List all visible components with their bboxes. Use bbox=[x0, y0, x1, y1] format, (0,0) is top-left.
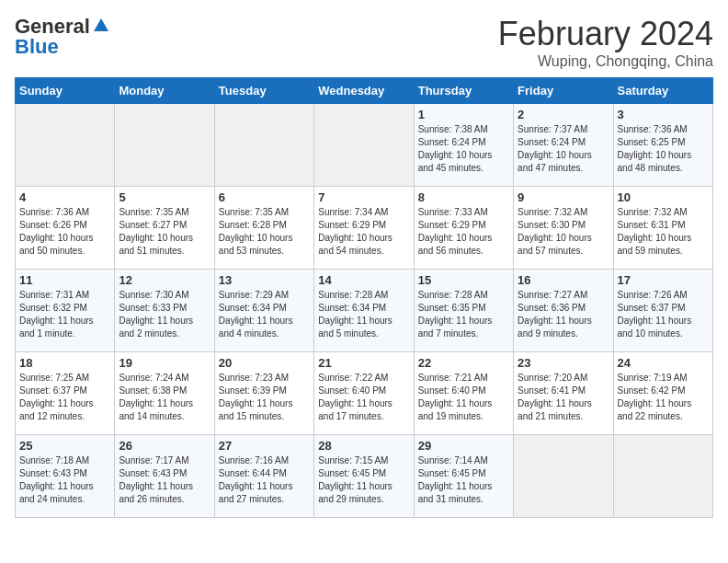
day-number: 5 bbox=[119, 190, 210, 204]
day-number: 26 bbox=[119, 439, 210, 453]
calendar-cell: 23Sunrise: 7:20 AM Sunset: 6:41 PM Dayli… bbox=[514, 352, 613, 435]
day-number: 23 bbox=[518, 356, 609, 370]
calendar-cell: 5Sunrise: 7:35 AM Sunset: 6:27 PM Daylig… bbox=[115, 187, 214, 270]
calendar-cell: 27Sunrise: 7:16 AM Sunset: 6:44 PM Dayli… bbox=[214, 435, 313, 518]
day-info: Sunrise: 7:19 AM Sunset: 6:42 PM Dayligh… bbox=[618, 372, 709, 423]
calendar-cell: 18Sunrise: 7:25 AM Sunset: 6:37 PM Dayli… bbox=[16, 352, 115, 435]
day-info: Sunrise: 7:23 AM Sunset: 6:39 PM Dayligh… bbox=[219, 372, 310, 423]
calendar-cell: 20Sunrise: 7:23 AM Sunset: 6:39 PM Dayli… bbox=[214, 352, 313, 435]
header-day-friday: Friday bbox=[514, 78, 613, 104]
calendar-cell: 12Sunrise: 7:30 AM Sunset: 6:33 PM Dayli… bbox=[115, 270, 214, 352]
day-number: 4 bbox=[19, 190, 110, 204]
header-day-saturday: Saturday bbox=[613, 78, 712, 104]
day-info: Sunrise: 7:36 AM Sunset: 6:25 PM Dayligh… bbox=[618, 123, 709, 175]
day-number: 29 bbox=[418, 439, 509, 453]
day-number: 11 bbox=[19, 273, 110, 287]
logo: General Blue bbox=[15, 15, 110, 59]
calendar-cell: 13Sunrise: 7:29 AM Sunset: 6:34 PM Dayli… bbox=[214, 270, 313, 352]
calendar-week-row: 25Sunrise: 7:18 AM Sunset: 6:43 PM Dayli… bbox=[16, 435, 713, 518]
month-title: February 2024 bbox=[498, 15, 713, 53]
calendar-cell bbox=[613, 435, 712, 518]
day-number: 6 bbox=[219, 190, 310, 204]
day-info: Sunrise: 7:26 AM Sunset: 6:37 PM Dayligh… bbox=[618, 289, 709, 340]
calendar-cell: 2Sunrise: 7:37 AM Sunset: 6:24 PM Daylig… bbox=[514, 104, 613, 187]
calendar-week-row: 11Sunrise: 7:31 AM Sunset: 6:32 PM Dayli… bbox=[16, 270, 713, 352]
day-number: 12 bbox=[119, 273, 210, 287]
day-info: Sunrise: 7:37 AM Sunset: 6:24 PM Dayligh… bbox=[518, 123, 609, 175]
day-info: Sunrise: 7:22 AM Sunset: 6:40 PM Dayligh… bbox=[318, 372, 409, 423]
calendar-cell: 8Sunrise: 7:33 AM Sunset: 6:29 PM Daylig… bbox=[414, 187, 513, 270]
calendar-cell: 21Sunrise: 7:22 AM Sunset: 6:40 PM Dayli… bbox=[314, 352, 414, 435]
day-number: 22 bbox=[418, 356, 509, 370]
calendar-cell bbox=[16, 104, 115, 187]
header-day-wednesday: Wednesday bbox=[314, 78, 414, 104]
svg-marker-0 bbox=[94, 18, 108, 31]
calendar-cell: 25Sunrise: 7:18 AM Sunset: 6:43 PM Dayli… bbox=[16, 435, 115, 518]
day-number: 15 bbox=[418, 273, 509, 287]
day-number: 24 bbox=[618, 356, 709, 370]
title-area: February 2024 Wuping, Chongqing, China bbox=[498, 15, 713, 70]
header: General Blue February 2024 Wuping, Chong… bbox=[15, 15, 713, 70]
calendar-cell: 15Sunrise: 7:28 AM Sunset: 6:35 PM Dayli… bbox=[414, 270, 513, 352]
logo-icon bbox=[92, 17, 110, 35]
day-number: 13 bbox=[219, 273, 310, 287]
day-info: Sunrise: 7:17 AM Sunset: 6:43 PM Dayligh… bbox=[119, 454, 210, 506]
day-info: Sunrise: 7:16 AM Sunset: 6:44 PM Dayligh… bbox=[219, 454, 310, 506]
day-info: Sunrise: 7:36 AM Sunset: 6:26 PM Dayligh… bbox=[19, 206, 110, 258]
calendar-cell: 22Sunrise: 7:21 AM Sunset: 6:40 PM Dayli… bbox=[414, 352, 513, 435]
calendar-cell: 19Sunrise: 7:24 AM Sunset: 6:38 PM Dayli… bbox=[115, 352, 214, 435]
day-number: 14 bbox=[318, 273, 409, 287]
header-day-monday: Monday bbox=[115, 78, 214, 104]
day-number: 9 bbox=[518, 190, 609, 204]
calendar-cell: 28Sunrise: 7:15 AM Sunset: 6:45 PM Dayli… bbox=[314, 435, 414, 518]
calendar-cell: 7Sunrise: 7:34 AM Sunset: 6:29 PM Daylig… bbox=[314, 187, 414, 270]
day-number: 20 bbox=[219, 356, 310, 370]
day-info: Sunrise: 7:20 AM Sunset: 6:41 PM Dayligh… bbox=[518, 372, 609, 423]
calendar-week-row: 4Sunrise: 7:36 AM Sunset: 6:26 PM Daylig… bbox=[16, 187, 713, 270]
day-info: Sunrise: 7:18 AM Sunset: 6:43 PM Dayligh… bbox=[19, 454, 110, 506]
calendar-cell: 17Sunrise: 7:26 AM Sunset: 6:37 PM Dayli… bbox=[613, 270, 712, 352]
calendar-table: SundayMondayTuesdayWednesdayThursdayFrid… bbox=[15, 77, 713, 518]
calendar-cell: 6Sunrise: 7:35 AM Sunset: 6:28 PM Daylig… bbox=[214, 187, 313, 270]
calendar-cell bbox=[115, 104, 214, 187]
day-number: 10 bbox=[618, 190, 709, 204]
day-info: Sunrise: 7:35 AM Sunset: 6:27 PM Dayligh… bbox=[119, 206, 210, 258]
day-info: Sunrise: 7:27 AM Sunset: 6:36 PM Dayligh… bbox=[518, 289, 609, 340]
day-number: 17 bbox=[618, 273, 709, 287]
calendar-cell: 24Sunrise: 7:19 AM Sunset: 6:42 PM Dayli… bbox=[613, 352, 712, 435]
day-info: Sunrise: 7:31 AM Sunset: 6:32 PM Dayligh… bbox=[19, 289, 110, 340]
header-day-thursday: Thursday bbox=[414, 78, 513, 104]
calendar-cell bbox=[314, 104, 414, 187]
day-info: Sunrise: 7:14 AM Sunset: 6:45 PM Dayligh… bbox=[418, 454, 509, 506]
day-number: 16 bbox=[518, 273, 609, 287]
day-number: 7 bbox=[318, 190, 409, 204]
day-info: Sunrise: 7:29 AM Sunset: 6:34 PM Dayligh… bbox=[219, 289, 310, 340]
calendar-cell: 1Sunrise: 7:38 AM Sunset: 6:24 PM Daylig… bbox=[414, 104, 513, 187]
day-number: 18 bbox=[19, 356, 110, 370]
day-info: Sunrise: 7:24 AM Sunset: 6:38 PM Dayligh… bbox=[119, 372, 210, 423]
day-info: Sunrise: 7:34 AM Sunset: 6:29 PM Dayligh… bbox=[318, 206, 409, 258]
calendar-cell: 3Sunrise: 7:36 AM Sunset: 6:25 PM Daylig… bbox=[613, 104, 712, 187]
day-info: Sunrise: 7:30 AM Sunset: 6:33 PM Dayligh… bbox=[119, 289, 210, 340]
calendar-cell: 26Sunrise: 7:17 AM Sunset: 6:43 PM Dayli… bbox=[115, 435, 214, 518]
day-info: Sunrise: 7:25 AM Sunset: 6:37 PM Dayligh… bbox=[19, 372, 110, 423]
calendar-cell: 4Sunrise: 7:36 AM Sunset: 6:26 PM Daylig… bbox=[16, 187, 115, 270]
day-number: 28 bbox=[318, 439, 409, 453]
day-info: Sunrise: 7:21 AM Sunset: 6:40 PM Dayligh… bbox=[418, 372, 509, 423]
calendar-cell bbox=[514, 435, 613, 518]
day-info: Sunrise: 7:32 AM Sunset: 6:30 PM Dayligh… bbox=[518, 206, 609, 258]
day-info: Sunrise: 7:33 AM Sunset: 6:29 PM Dayligh… bbox=[418, 206, 509, 258]
logo-blue-text: Blue bbox=[15, 35, 59, 59]
day-info: Sunrise: 7:32 AM Sunset: 6:31 PM Dayligh… bbox=[618, 206, 709, 258]
calendar-cell: 9Sunrise: 7:32 AM Sunset: 6:30 PM Daylig… bbox=[514, 187, 613, 270]
day-number: 27 bbox=[219, 439, 310, 453]
calendar-cell: 29Sunrise: 7:14 AM Sunset: 6:45 PM Dayli… bbox=[414, 435, 513, 518]
calendar-week-row: 1Sunrise: 7:38 AM Sunset: 6:24 PM Daylig… bbox=[16, 104, 713, 187]
calendar-cell: 14Sunrise: 7:28 AM Sunset: 6:34 PM Dayli… bbox=[314, 270, 414, 352]
day-info: Sunrise: 7:28 AM Sunset: 6:35 PM Dayligh… bbox=[418, 289, 509, 340]
calendar-week-row: 18Sunrise: 7:25 AM Sunset: 6:37 PM Dayli… bbox=[16, 352, 713, 435]
day-info: Sunrise: 7:28 AM Sunset: 6:34 PM Dayligh… bbox=[318, 289, 409, 340]
calendar-cell: 11Sunrise: 7:31 AM Sunset: 6:32 PM Dayli… bbox=[16, 270, 115, 352]
calendar-cell bbox=[214, 104, 313, 187]
calendar-header-row: SundayMondayTuesdayWednesdayThursdayFrid… bbox=[16, 78, 713, 104]
